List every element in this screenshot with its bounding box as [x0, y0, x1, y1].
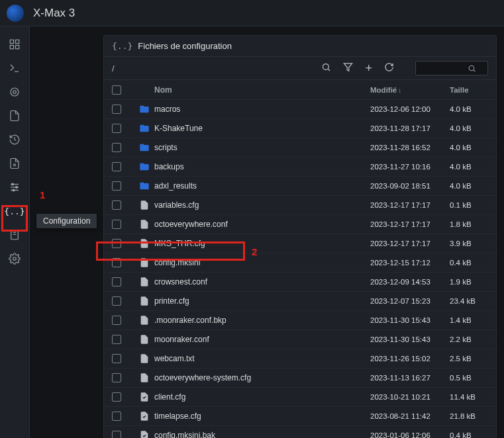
file-modified: 2023-12-17 17:17 — [370, 201, 450, 209]
svg-rect-2 — [10, 46, 13, 49]
file-modified: 2023-12-15 17:12 — [370, 259, 450, 267]
svg-rect-3 — [16, 46, 19, 49]
table-row[interactable]: config.mksini2023-12-15 17:120.4 kB — [104, 253, 496, 273]
file-name: octoeverywhere.conf — [154, 220, 370, 229]
file-name: K-ShakeTune — [154, 124, 370, 133]
file-size: 0.1 kB — [450, 201, 488, 209]
file-modified: 2023-08-21 11:42 — [370, 412, 450, 420]
nav-console[interactable] — [4, 57, 25, 79]
row-checkbox[interactable] — [112, 239, 121, 248]
row-checkbox[interactable] — [112, 181, 121, 191]
table-row[interactable]: timelapse.cfg2023-08-21 11:4221.8 kB — [104, 407, 496, 426]
table-row[interactable]: webcam.txt2023-11-26 15:022.5 kB — [104, 349, 496, 369]
file-size: 11.4 kB — [450, 393, 488, 401]
refresh-icon[interactable] — [384, 62, 394, 74]
breadcrumb-path[interactable]: / — [112, 64, 321, 73]
toolbar: / + — [104, 57, 496, 80]
file-icon — [139, 219, 150, 230]
svg-rect-0 — [10, 40, 13, 43]
row-checkbox[interactable] — [112, 143, 121, 152]
row-checkbox[interactable] — [112, 392, 121, 402]
file-modified: 2023-11-28 16:52 — [370, 144, 450, 152]
main: {..} Fichiers de configuration / + — [30, 26, 504, 438]
annotation-1: 1 — [40, 189, 45, 200]
svg-point-11 — [12, 183, 14, 185]
table-row[interactable]: octoeverywhere.conf2023-12-17 17:171.8 k… — [104, 215, 496, 234]
table-row[interactable]: K-ShakeTune2023-11-28 17:174.0 kB — [104, 119, 496, 138]
file-name: config.mksini.bak — [154, 431, 370, 438]
row-checkbox[interactable] — [112, 354, 121, 363]
table-row[interactable]: .moonraker.conf.bkp2023-11-30 15:431.4 k… — [104, 311, 496, 330]
table-row[interactable]: adxl_results2023-09-02 18:514.0 kB — [104, 177, 496, 196]
row-checkbox[interactable] — [112, 162, 121, 171]
filter-icon[interactable] — [343, 62, 353, 74]
row-checkbox[interactable] — [112, 316, 121, 325]
select-all-checkbox[interactable] — [112, 85, 121, 95]
folder-icon — [139, 104, 150, 114]
folder-icon — [139, 123, 150, 134]
file-icon — [139, 277, 150, 287]
file-name: printer.cfg — [154, 296, 370, 306]
table-row[interactable]: crowsnest.conf2023-12-09 14:531.9 kB — [104, 273, 496, 292]
file-size: 4.0 kB — [450, 124, 488, 132]
table-row[interactable]: config.mksini.bak2023-01-06 12:060.4 kB — [104, 426, 496, 438]
table-row[interactable]: backups2023-11-27 10:164.0 kB — [104, 157, 496, 177]
table-row[interactable]: octoeverywhere-system.cfg2023-11-13 16:2… — [104, 369, 496, 388]
file-size: 21.8 kB — [450, 412, 488, 420]
row-checkbox[interactable] — [112, 277, 121, 286]
file-name: octoeverywhere-system.cfg — [154, 373, 370, 382]
table-row[interactable]: macros2023-12-06 12:004.0 kB — [104, 100, 496, 119]
panel-header: {..} Fichiers de configuration — [104, 36, 496, 57]
file-name: MKS_THR.cfg — [154, 239, 370, 248]
table-row[interactable]: variables.cfg2023-12-17 17:170.1 kB — [104, 196, 496, 215]
col-name-header[interactable]: Nom — [154, 85, 370, 95]
nav-files[interactable] — [4, 105, 25, 127]
col-size-header[interactable]: Taille — [450, 86, 488, 94]
row-checkbox[interactable] — [112, 335, 121, 344]
row-checkbox[interactable] — [112, 431, 121, 438]
row-checkbox[interactable] — [112, 124, 121, 133]
nav-configuration[interactable]: {..} — [4, 200, 25, 222]
config-files-panel: {..} Fichiers de configuration / + — [104, 36, 496, 438]
svg-point-18 — [323, 64, 329, 70]
file-icon — [139, 200, 150, 210]
row-checkbox[interactable] — [112, 220, 121, 229]
search-box[interactable] — [415, 61, 488, 75]
svg-point-7 — [14, 164, 16, 166]
row-checkbox[interactable] — [112, 373, 121, 382]
file-name: backups — [154, 162, 370, 171]
svg-point-21 — [469, 66, 474, 71]
nav-tooltip: Configuration — [36, 214, 97, 228]
row-checkbox[interactable] — [112, 258, 121, 267]
nav-gcode[interactable] — [4, 81, 25, 103]
file-modified: 2023-01-06 12:06 — [370, 431, 450, 438]
search-input[interactable] — [421, 63, 468, 73]
row-checkbox[interactable] — [112, 412, 121, 421]
nav-settings[interactable] — [4, 247, 25, 270]
file-modified: 2023-12-07 15:23 — [370, 297, 450, 305]
table-row[interactable]: scripts2023-11-28 16:524.0 kB — [104, 138, 496, 157]
row-checkbox[interactable] — [112, 296, 121, 306]
row-checkbox[interactable] — [112, 200, 121, 210]
col-modified-header[interactable]: Modifié↓ — [370, 86, 450, 94]
nav-jobs[interactable] — [4, 152, 25, 175]
nav-tune[interactable] — [4, 176, 25, 198]
row-checkbox[interactable] — [112, 105, 121, 114]
file-size: 4.0 kB — [450, 163, 488, 171]
svg-point-13 — [13, 189, 15, 191]
file-size: 1.9 kB — [450, 278, 488, 286]
nav-history[interactable] — [4, 128, 25, 151]
add-icon[interactable]: + — [365, 64, 372, 73]
table-row[interactable]: MKS_THR.cfg2023-12-17 17:173.9 kB — [104, 234, 496, 253]
table-row[interactable]: printer.cfg2023-12-07 15:2323.4 kB — [104, 292, 496, 311]
search-icon[interactable] — [321, 62, 331, 74]
sidebar: {..} — [0, 26, 30, 438]
file-icon — [139, 238, 150, 249]
nav-system[interactable] — [4, 224, 25, 246]
file-icon — [139, 334, 150, 345]
table-row[interactable]: client.cfg2023-10-21 10:2111.4 kB — [104, 388, 496, 407]
file-modified: 2023-12-17 17:17 — [370, 240, 450, 247]
nav-dashboard[interactable] — [4, 33, 25, 56]
table-row[interactable]: moonraker.conf2023-11-30 15:432.2 kB — [104, 330, 496, 349]
file-name: macros — [154, 105, 370, 114]
